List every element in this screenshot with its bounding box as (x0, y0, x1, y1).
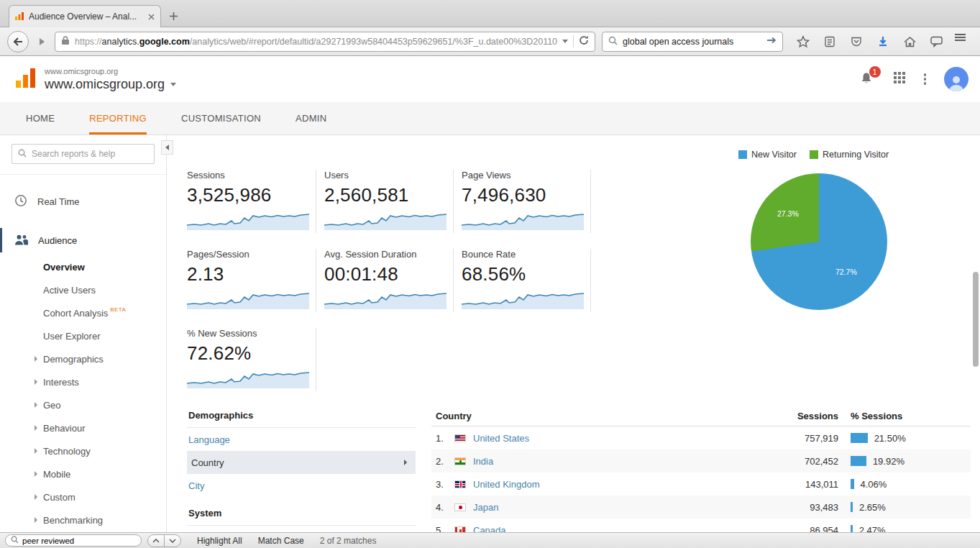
vertical-scrollbar[interactable] (973, 272, 979, 367)
report-technology[interactable]: Technology (0, 439, 166, 462)
sidebar-search-box[interactable] (12, 144, 155, 164)
find-search-icon (11, 536, 19, 546)
find-bar: Highlight All Match Case 2 of 2 matches (0, 532, 980, 548)
country-link[interactable]: India (473, 456, 731, 467)
find-field[interactable] (5, 534, 142, 547)
dimension-language[interactable]: Language (187, 428, 416, 451)
menu-icon[interactable] (955, 33, 971, 50)
search-go-icon[interactable] (766, 36, 777, 47)
report-cohort-analysis[interactable]: Cohort Analysis BETA (0, 301, 166, 324)
find-input[interactable] (22, 536, 136, 545)
bookmarks-list-icon[interactable] (822, 33, 838, 50)
table-row: 3. United Kingdom 143,011 4.06% (431, 472, 971, 496)
sidebar-collapse-button[interactable] (161, 140, 173, 155)
metric-users[interactable]: Users 2,560,581 (324, 170, 454, 233)
bookmark-star-icon[interactable] (795, 33, 811, 50)
hello-chat-icon[interactable] (928, 33, 944, 50)
demographics-title: Demographics (187, 406, 416, 428)
forward-button[interactable] (35, 37, 48, 46)
sparkline-chart (324, 209, 446, 233)
expand-arrow-icon (35, 448, 43, 454)
dimension-country[interactable]: Country (187, 451, 416, 474)
metric-sessions[interactable]: Sessions 3,525,986 (187, 170, 316, 233)
dimension-city[interactable]: City (187, 474, 416, 497)
account-caret-icon (170, 83, 176, 86)
report-benchmarking[interactable]: Benchmarking (0, 508, 166, 531)
apps-grid-icon[interactable] (893, 71, 906, 87)
pocket-icon[interactable] (848, 33, 864, 50)
country-link[interactable]: United States (473, 433, 731, 444)
account-selector[interactable]: www.omicsgroup.org www.omicsgroup.org (45, 67, 176, 92)
notifications-button[interactable]: 1 (859, 71, 875, 87)
flag-in-icon (454, 457, 466, 465)
browser-tab[interactable]: Audience Overview – Anal... (9, 5, 161, 27)
find-previous-button[interactable] (147, 534, 165, 547)
pie-label-new: 72.7% (835, 268, 857, 276)
search-icon (18, 147, 27, 160)
sparkline-chart (462, 288, 583, 312)
tab-favicon-icon (15, 10, 24, 23)
metric-page-views[interactable]: Page Views 7,496,630 (462, 170, 591, 233)
report-user-explorer[interactable]: User Explorer (0, 324, 166, 347)
tab-customisation[interactable]: CUSTOMISATION (181, 102, 261, 134)
report-geo[interactable]: Geo (0, 393, 166, 416)
visitors-pie[interactable]: 27.3% 72.7% (751, 173, 887, 310)
url-path: /analytics/web/#report/defaultid/a292719… (190, 37, 557, 47)
download-icon[interactable] (875, 33, 891, 50)
url-domain: google.com (139, 37, 190, 47)
notification-badge: 1 (869, 66, 881, 78)
metric-avg-session-duration[interactable]: Avg. Session Duration 00:01:48 (324, 249, 454, 312)
avatar[interactable] (944, 67, 968, 91)
report-active-users[interactable]: Active Users (0, 278, 166, 301)
url-text: https://analytics.google.com/analytics/w… (75, 37, 557, 47)
url-subdomain: analytics. (102, 37, 139, 47)
match-case-button[interactable]: Match Case (258, 536, 304, 546)
metric-bounce-rate[interactable]: Bounce Rate 68.56% (462, 249, 591, 312)
report-behaviour[interactable]: Behaviour (0, 416, 166, 439)
more-options-icon[interactable] (924, 73, 927, 85)
tab-home[interactable]: HOME (26, 102, 55, 134)
sidebar-item-real-time[interactable]: Real Time (0, 189, 166, 214)
new-visitor-swatch (738, 150, 747, 159)
sidebar-item-audience[interactable]: Audience (0, 228, 166, 252)
toolbar-icons (795, 33, 971, 50)
sparkline-chart (462, 209, 583, 233)
tab-admin[interactable]: ADMIN (296, 102, 326, 134)
table-row: 1. United States 757,919 21.50% (431, 426, 971, 449)
sparkline-chart (187, 367, 308, 391)
report-interests[interactable]: Interests (0, 370, 166, 393)
metric-pages-session[interactable]: Pages/Session 2.13 (187, 249, 316, 312)
pct-bar (851, 479, 854, 489)
highlight-all-button[interactable]: Highlight All (197, 536, 242, 546)
flag-jp-icon (454, 503, 466, 511)
browser-search-bar[interactable] (602, 32, 783, 52)
report-custom[interactable]: Custom (0, 485, 166, 508)
audience-report-list: Overview Active Users Cohort Analysis BE… (0, 255, 166, 531)
system-title: System (187, 504, 416, 526)
table-row: 2. India 702,452 19.92% (431, 449, 971, 472)
tab-reporting[interactable]: REPORTING (89, 102, 147, 134)
country-link[interactable]: United Kingdom (473, 479, 731, 490)
reload-icon[interactable] (579, 35, 589, 47)
header-actions: 1 (859, 67, 969, 91)
browser-search-input[interactable] (623, 37, 761, 47)
back-button[interactable] (7, 31, 29, 52)
find-next-button[interactable] (164, 534, 181, 547)
sidebar-divider (0, 174, 166, 175)
metric-new-sessions[interactable]: % New Sessions 72.62% (187, 328, 316, 391)
new-tab-button[interactable] (162, 6, 184, 25)
home-icon[interactable] (902, 33, 917, 50)
ga-logo-icon (14, 67, 37, 91)
expand-arrow-icon (35, 471, 43, 477)
expand-arrow-icon (35, 494, 43, 500)
ga-nav-tabs: HOME REPORTING CUSTOMISATION ADMIN (0, 102, 980, 135)
report-mobile[interactable]: Mobile (0, 462, 166, 485)
tab-close-icon[interactable] (148, 10, 155, 23)
sidebar-search-input[interactable] (32, 149, 148, 159)
returning-visitor-swatch (810, 150, 818, 159)
urlbar-dropdown-icon[interactable] (562, 40, 568, 43)
report-overview[interactable]: Overview (0, 255, 166, 278)
report-demographics[interactable]: Demographics (0, 347, 166, 370)
country-link[interactable]: Japan (473, 502, 731, 513)
address-bar[interactable]: https://analytics.google.com/analytics/w… (55, 32, 595, 52)
